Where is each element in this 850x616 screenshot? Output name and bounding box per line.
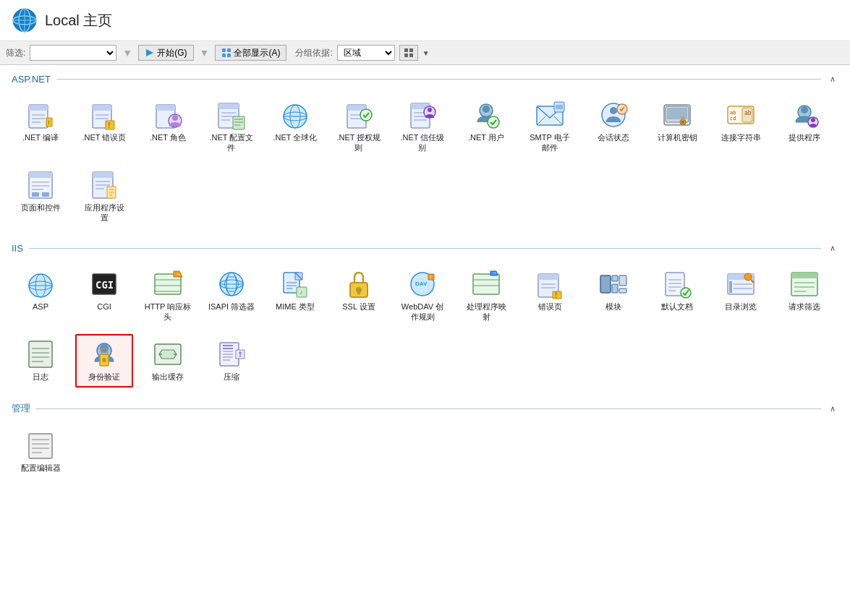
net-role-label: .NET 角色 bbox=[150, 132, 186, 142]
error-pages-icon: ! bbox=[535, 270, 564, 299]
machine-key-label: 计算机密钥 bbox=[658, 132, 697, 142]
net-config-icon bbox=[217, 100, 246, 129]
icon-compress[interactable]: 压缩 bbox=[203, 334, 260, 388]
net-auth-icon bbox=[344, 100, 373, 129]
icon-log[interactable]: 日志 bbox=[12, 334, 69, 388]
svg-rect-125 bbox=[357, 290, 360, 294]
svg-text:♪: ♪ bbox=[299, 288, 303, 296]
icon-providers[interactable]: 提供程序 bbox=[775, 95, 833, 159]
svg-rect-164 bbox=[29, 341, 52, 367]
session-icon bbox=[599, 100, 628, 129]
icon-output-cache[interactable]: 输出缓存 bbox=[139, 334, 197, 388]
webdav-label: WebDAV 创作规则 bbox=[401, 301, 443, 322]
view-toggle-button[interactable] bbox=[399, 45, 418, 61]
svg-text:!: ! bbox=[108, 121, 110, 129]
icon-dir-browse[interactable]: 目录浏览 bbox=[712, 264, 770, 328]
svg-point-81 bbox=[811, 118, 815, 122]
isapi-icon bbox=[217, 270, 246, 299]
icon-isapi[interactable]: ISAPI 筛选器 bbox=[203, 264, 260, 328]
svg-rect-63 bbox=[556, 105, 563, 109]
default-doc-label: 默认文档 bbox=[661, 301, 693, 312]
config-editor-icon bbox=[26, 431, 55, 460]
icon-webdav[interactable]: DAV ↑ WebDAV 创作规则 bbox=[394, 264, 451, 328]
output-cache-label: 输出缓存 bbox=[152, 372, 184, 382]
icon-conn-str[interactable]: ab cd ab 连接字符串 bbox=[712, 95, 770, 159]
icon-page-controls[interactable]: 页面和控件 bbox=[12, 165, 69, 229]
icon-ssl[interactable]: SSL 设置 bbox=[330, 264, 388, 328]
cgi-icon: CGI bbox=[90, 270, 119, 299]
toolbar-sep1: ▼ bbox=[121, 47, 134, 59]
svg-rect-32 bbox=[218, 103, 239, 109]
net-global-icon bbox=[281, 100, 310, 129]
icon-net-compile[interactable]: ! .NET 编译 bbox=[12, 95, 69, 159]
manage-divider bbox=[36, 408, 821, 409]
net-error-label: .NET 错误页 bbox=[82, 132, 127, 142]
icon-modules[interactable]: 模块 bbox=[585, 264, 642, 328]
group-by-select[interactable]: 区域 bbox=[337, 45, 395, 61]
session-label: 会话状态 bbox=[598, 132, 629, 142]
asp-label: ASP bbox=[33, 301, 48, 312]
toolbar: 筛选: ▼ 开始(G) ▼ 全部显示(A) 分组依据: 区域 ▼ bbox=[0, 41, 850, 65]
handler-label: 处理程序映射 bbox=[467, 301, 506, 322]
start-button[interactable]: 开始(G) bbox=[138, 45, 193, 61]
section-manage: 管理 ∧ 配置编辑器 bbox=[12, 402, 838, 482]
svg-point-79 bbox=[801, 106, 808, 114]
icon-machine-key[interactable]: 计算机密钥 bbox=[648, 95, 706, 159]
show-all-button[interactable]: 全部显示(A) bbox=[215, 45, 286, 61]
icon-http-headers[interactable]: → HTTP 响应标头 bbox=[139, 264, 197, 328]
icon-net-global[interactable]: .NET 全球化 bbox=[266, 95, 324, 159]
svg-rect-144 bbox=[619, 275, 626, 286]
mime-label: MIME 类型 bbox=[276, 301, 315, 312]
icon-net-error[interactable]: ! .NET 错误页 bbox=[75, 95, 133, 159]
icon-net-user[interactable]: .NET 用户 bbox=[457, 95, 515, 159]
aspnet-collapse-btn[interactable]: ∧ bbox=[827, 74, 838, 84]
conn-str-label: 连接字符串 bbox=[721, 132, 761, 142]
icon-cgi[interactable]: CGI CGI bbox=[75, 264, 133, 328]
icon-default-doc[interactable]: 默认文档 bbox=[648, 264, 706, 328]
icon-net-config[interactable]: .NET 配置文件 bbox=[203, 95, 260, 159]
net-trust-label: .NET 信任级别 bbox=[401, 132, 445, 153]
req-filter-icon bbox=[790, 270, 819, 299]
compress-label: 压缩 bbox=[224, 372, 239, 382]
icon-app-settings[interactable]: 应用程序设置 bbox=[75, 165, 133, 229]
section-iis-header: IIS ∧ bbox=[12, 243, 838, 254]
toolbar-dropdown-arrow: ▼ bbox=[422, 49, 430, 57]
icon-session[interactable]: 会话状态 bbox=[585, 95, 642, 159]
modules-icon bbox=[599, 270, 628, 299]
compress-icon bbox=[217, 340, 246, 369]
app-settings-icon bbox=[90, 171, 119, 200]
icon-handler[interactable]: → 处理程序映射 bbox=[457, 264, 515, 328]
page-controls-label: 页面和控件 bbox=[21, 202, 61, 213]
net-config-label: .NET 配置文件 bbox=[210, 132, 254, 153]
icon-auth[interactable]: 身份验证 bbox=[75, 334, 133, 388]
icon-net-auth[interactable]: .NET 授权规则 bbox=[330, 95, 388, 159]
svg-rect-88 bbox=[42, 192, 49, 197]
iis-section-title: IIS bbox=[12, 243, 23, 254]
filter-select[interactable] bbox=[30, 45, 116, 61]
req-filter-label: 请求筛选 bbox=[789, 301, 820, 312]
icon-mime[interactable]: ♪ MIME 类型 bbox=[266, 264, 324, 328]
net-compile-label: .NET 编译 bbox=[22, 132, 59, 142]
smtp-icon bbox=[535, 100, 564, 129]
svg-rect-83 bbox=[29, 172, 52, 178]
svg-rect-136 bbox=[538, 274, 558, 280]
svg-rect-141 bbox=[600, 275, 611, 293]
isapi-label: ISAPI 筛选器 bbox=[208, 301, 255, 312]
icon-config-editor[interactable]: 配置编辑器 bbox=[12, 425, 69, 479]
icon-net-role[interactable]: .NET 角色 bbox=[139, 95, 197, 159]
section-manage-header: 管理 ∧ bbox=[12, 402, 838, 415]
svg-rect-87 bbox=[32, 192, 39, 197]
icon-req-filter[interactable]: 请求筛选 bbox=[775, 264, 833, 328]
modules-label: 模块 bbox=[605, 301, 621, 312]
icon-smtp[interactable]: SMTP 电子邮件 bbox=[521, 95, 579, 159]
svg-text:DAV: DAV bbox=[415, 281, 428, 287]
net-auth-label: .NET 授权规则 bbox=[337, 132, 381, 153]
icon-asp[interactable]: ASP bbox=[12, 264, 69, 328]
svg-point-58 bbox=[488, 116, 499, 128]
manage-collapse-btn[interactable]: ∧ bbox=[827, 404, 838, 414]
iis-collapse-btn[interactable]: ∧ bbox=[827, 244, 838, 253]
icon-net-trust[interactable]: .NET 信任级别 bbox=[394, 95, 451, 159]
svg-text:→: → bbox=[175, 271, 181, 278]
section-aspnet-header: ASP.NET ∧ bbox=[12, 74, 838, 85]
icon-error-pages[interactable]: ! 错误页 bbox=[521, 264, 579, 328]
